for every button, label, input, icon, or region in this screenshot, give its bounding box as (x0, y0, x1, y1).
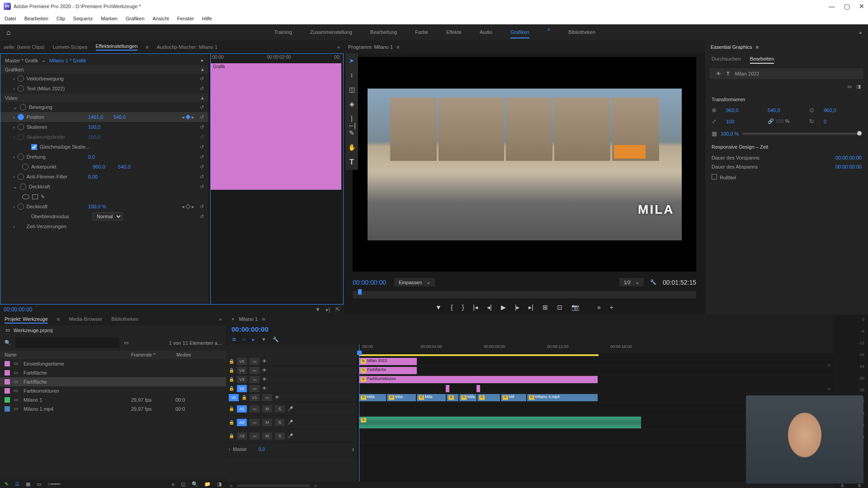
clip-milan2022[interactable]: fxMilan 2022 (359, 358, 417, 365)
clip-v1-2[interactable]: fxMila (387, 394, 416, 401)
section-grafiken[interactable]: Grafiken (5, 67, 24, 72)
ws-graphics[interactable]: Grafiken (510, 27, 529, 38)
reset-icon[interactable]: ↺ (200, 114, 204, 120)
ws-libraries[interactable]: Bibliotheken (568, 27, 595, 38)
snap-icon[interactable]: ⧉ (232, 337, 236, 343)
prop-bewegung[interactable]: Bewegung (29, 104, 52, 110)
tab-source[interactable]: uelle: (keine Clips) (4, 44, 44, 50)
eg-pos-x[interactable]: 960,0 (726, 108, 764, 113)
step-back-icon[interactable]: ◂| (487, 304, 492, 311)
rotation-value[interactable]: 0,0 (88, 154, 111, 160)
fit-dropdown[interactable]: Einpassen⌄ (394, 278, 435, 286)
next-kf-icon[interactable]: ▸ (192, 114, 194, 120)
new-folder-icon[interactable]: ▭ (847, 84, 852, 89)
prop-text[interactable]: Text (Milan 2022) (27, 86, 65, 91)
pen-tool-icon[interactable]: ✎ (348, 129, 356, 137)
reset-icon[interactable]: ↺ (200, 86, 204, 92)
clip-v1-8[interactable]: fxMilano 4.mp4 (527, 394, 598, 401)
project-item[interactable]: ▭ Farbfläche (0, 377, 226, 386)
timeline-timecode[interactable]: 00:00:00:00 (226, 324, 834, 335)
label-swatch[interactable] (5, 379, 10, 385)
reset-icon[interactable]: ↺ (200, 124, 204, 130)
play-icon[interactable]: ▸ (201, 57, 204, 63)
overwrite-icon[interactable]: ⊡ (557, 304, 562, 311)
stopwatch-icon[interactable] (22, 164, 28, 170)
menu-ansicht[interactable]: Ansicht (153, 16, 169, 21)
label-swatch[interactable] (5, 370, 10, 375)
clip-farbkorr[interactable]: fxFarbkorrekturen (359, 376, 598, 383)
solo-button[interactable]: S (275, 405, 285, 413)
clip-v1-1[interactable]: fxMila (359, 394, 386, 401)
go-to-in-icon[interactable]: |◂ (473, 304, 478, 311)
track-toggle[interactable]: ▭ (250, 405, 259, 413)
resolution-dropdown[interactable]: 1/2⌄ (619, 278, 644, 286)
clip-v1-3[interactable]: fxMila (417, 394, 446, 401)
outro-value[interactable]: 00:00:00:00 (835, 164, 862, 169)
stopwatch-icon[interactable] (18, 154, 24, 160)
reset-icon[interactable]: ↺ (200, 134, 204, 140)
anchor-x[interactable]: 960,0 (93, 164, 115, 169)
project-item[interactable]: ▭ Farbkorrekturen (0, 386, 226, 395)
automate-icon[interactable]: ◫ (181, 481, 185, 487)
master-value[interactable]: 0,0 (259, 447, 281, 452)
project-item[interactable]: ▭ Milano 1.mp4 29,97 fps 00:0 (0, 404, 226, 413)
new-item-icon[interactable]: ◨ (217, 481, 222, 487)
collapse-icon[interactable]: ▴ (201, 66, 204, 72)
mini-clip-bar[interactable]: Grafik (210, 63, 341, 190)
track-v4[interactable]: V4 (237, 367, 247, 374)
track-toggle[interactable]: ▭ (250, 367, 259, 374)
clip-marker[interactable] (446, 385, 449, 392)
play-button[interactable]: ▶ (501, 304, 506, 311)
filter-icon[interactable]: ▭ (124, 340, 128, 346)
collapse-icon[interactable]: ⫾ (352, 447, 354, 452)
fx-toggle[interactable] (18, 85, 24, 92)
overflow-icon[interactable]: » (859, 30, 862, 35)
fx-toggle[interactable] (20, 183, 26, 190)
menu-datei[interactable]: Datei (5, 16, 16, 21)
eye-icon[interactable]: 👁 (716, 71, 721, 76)
zoom-scrollbar[interactable] (237, 484, 310, 487)
panel-menu-icon[interactable]: ≡ (756, 44, 759, 50)
ws-color[interactable]: Farbe (415, 27, 428, 38)
prev-kf-icon[interactable]: ◂ (182, 114, 184, 120)
expand-icon[interactable]: › (13, 134, 15, 140)
clip-v1-6[interactable]: fx (477, 394, 500, 401)
playhead-line[interactable] (359, 344, 359, 482)
expand-icon[interactable]: ⌄ (13, 104, 17, 110)
reset-icon[interactable]: ↺ (200, 104, 204, 110)
mic-icon[interactable]: 🎤 (288, 420, 293, 425)
clip-audio[interactable]: fx (359, 417, 641, 428)
program-monitor[interactable]: MILA (353, 57, 696, 272)
next-kf-icon[interactable]: ▸ (192, 204, 194, 210)
panel-menu-icon[interactable]: ≡ (262, 316, 265, 322)
mic-icon[interactable]: 🎤 (288, 433, 293, 438)
opacity-slider[interactable] (742, 133, 862, 135)
expand-icon[interactable]: › (13, 224, 15, 229)
zoom-out-icon[interactable]: ○ (230, 483, 233, 488)
program-scrubber[interactable] (353, 291, 696, 298)
expand-icon[interactable]: › (229, 447, 230, 452)
solo-r[interactable]: S (858, 483, 861, 488)
mute-button[interactable]: M (262, 405, 272, 413)
reset-icon[interactable]: ↺ (200, 154, 204, 160)
clip-v1-4[interactable]: fx (447, 394, 458, 401)
timeline-ruler[interactable]: :00:00 00:00:04:00 00:00:08:00 00:00:12:… (357, 344, 834, 353)
clip-v1-7[interactable]: fxMil (501, 394, 526, 401)
lock-icon[interactable]: 🔒 (229, 406, 234, 411)
home-icon[interactable]: ⌂ (6, 28, 11, 37)
stopwatch-icon[interactable] (18, 134, 24, 140)
stopwatch-icon[interactable] (18, 174, 24, 180)
track-a1[interactable]: A1 (237, 405, 247, 413)
src-v1[interactable]: V1 (229, 394, 239, 401)
col-fps[interactable]: Framerate ^ (131, 352, 176, 357)
ws-editing[interactable]: Bearbeitung (370, 27, 397, 38)
tab-effect-controls[interactable]: Effekteinstellungen (96, 43, 138, 51)
opacity-value[interactable]: 100,0 % (88, 204, 111, 209)
reset-icon[interactable]: ↺ (200, 76, 204, 82)
tag-icon[interactable]: ◈ (348, 100, 356, 108)
prop-opacity[interactable]: Deckkraft (29, 184, 50, 189)
lock-icon[interactable]: 🔒 (229, 377, 234, 382)
mask-rect-icon[interactable] (32, 194, 38, 199)
expand-icon[interactable]: › (13, 76, 15, 81)
menu-marken[interactable]: Marken (101, 16, 118, 21)
